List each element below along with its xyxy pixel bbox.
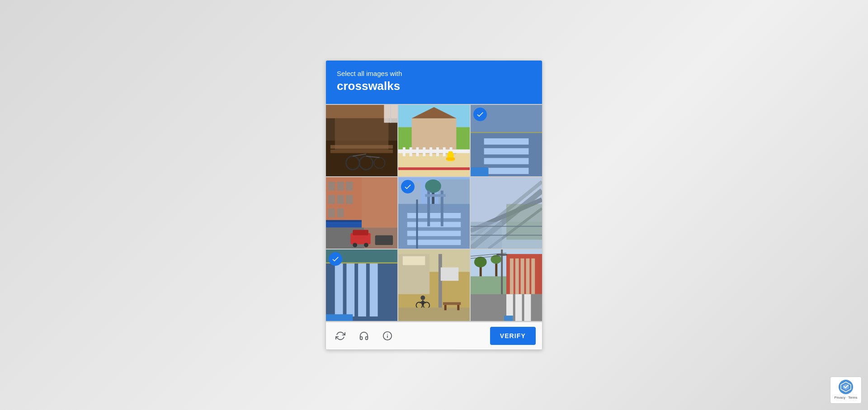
audio-button[interactable] xyxy=(356,328,372,344)
svg-rect-114 xyxy=(510,259,514,294)
svg-rect-33 xyxy=(484,138,529,145)
svg-rect-81 xyxy=(506,204,542,240)
svg-rect-29 xyxy=(448,151,453,154)
svg-rect-20 xyxy=(410,147,412,156)
svg-rect-116 xyxy=(521,259,524,294)
svg-rect-34 xyxy=(484,148,529,155)
svg-rect-72 xyxy=(425,194,445,197)
svg-point-120 xyxy=(474,257,487,268)
image-grid xyxy=(326,104,542,322)
svg-rect-110 xyxy=(457,305,459,310)
svg-rect-89 xyxy=(346,263,354,317)
svg-rect-69 xyxy=(407,240,461,245)
svg-rect-68 xyxy=(407,231,461,236)
svg-point-56 xyxy=(353,243,357,247)
svg-rect-126 xyxy=(524,294,531,321)
svg-rect-108 xyxy=(443,302,461,305)
svg-rect-97 xyxy=(403,256,425,265)
svg-rect-22 xyxy=(423,147,425,156)
info-button[interactable] xyxy=(379,328,396,344)
svg-rect-48 xyxy=(328,208,335,217)
svg-rect-28 xyxy=(446,158,455,160)
svg-rect-5 xyxy=(330,150,393,153)
image-cell-9[interactable] xyxy=(471,250,542,321)
svg-rect-66 xyxy=(407,213,461,218)
svg-rect-98 xyxy=(439,254,442,316)
svg-rect-58 xyxy=(375,235,393,245)
svg-rect-90 xyxy=(358,263,366,317)
svg-rect-131 xyxy=(496,254,507,255)
svg-rect-67 xyxy=(407,222,461,227)
svg-rect-46 xyxy=(337,195,344,204)
svg-rect-19 xyxy=(403,147,406,156)
check-badge-7 xyxy=(329,252,342,266)
captcha-footer: VERIFY xyxy=(326,322,542,349)
svg-rect-2 xyxy=(335,118,389,150)
captcha-header: Select all images with crosswalks xyxy=(326,61,542,104)
recaptcha-badge: Privacy · Terms xyxy=(830,377,862,404)
verify-button[interactable]: VERIFY xyxy=(490,327,536,345)
image-cell-6[interactable] xyxy=(471,177,542,249)
svg-rect-109 xyxy=(444,305,447,310)
svg-rect-55 xyxy=(353,230,368,236)
image-cell-4[interactable] xyxy=(326,177,397,249)
svg-rect-50 xyxy=(326,221,362,228)
svg-rect-91 xyxy=(370,263,378,317)
svg-rect-92 xyxy=(326,314,353,321)
refresh-button[interactable] xyxy=(332,328,349,344)
svg-rect-115 xyxy=(515,259,519,294)
svg-rect-18 xyxy=(398,150,470,153)
image-cell-7[interactable] xyxy=(326,250,397,321)
image-cell-8[interactable] xyxy=(398,250,470,321)
svg-rect-36 xyxy=(484,168,529,174)
svg-rect-43 xyxy=(337,182,344,191)
image-cell-5[interactable] xyxy=(398,177,470,249)
svg-rect-42 xyxy=(328,182,335,191)
svg-rect-73 xyxy=(416,199,418,249)
svg-point-101 xyxy=(420,296,425,300)
footer-icons xyxy=(332,328,396,344)
svg-rect-51 xyxy=(326,220,362,222)
svg-rect-45 xyxy=(328,195,335,204)
svg-rect-21 xyxy=(416,147,419,156)
svg-rect-49 xyxy=(337,208,344,217)
svg-rect-4 xyxy=(330,145,393,149)
svg-rect-25 xyxy=(443,147,446,156)
svg-rect-118 xyxy=(531,259,535,294)
svg-rect-125 xyxy=(515,294,522,321)
svg-rect-130 xyxy=(501,250,503,294)
check-badge-3 xyxy=(473,108,487,121)
privacy-terms-text: Privacy · Terms xyxy=(834,396,857,401)
svg-rect-88 xyxy=(335,263,343,317)
svg-rect-38 xyxy=(471,167,489,176)
svg-rect-30 xyxy=(398,167,470,170)
image-cell-2[interactable] xyxy=(398,105,470,176)
svg-rect-44 xyxy=(346,182,353,191)
svg-rect-35 xyxy=(484,158,529,165)
svg-rect-24 xyxy=(436,147,439,156)
image-cell-1[interactable] xyxy=(326,105,397,176)
image-cell-3[interactable] xyxy=(471,105,542,176)
svg-rect-23 xyxy=(429,147,432,156)
svg-rect-99 xyxy=(441,268,459,281)
svg-rect-117 xyxy=(526,259,529,294)
captcha-title: crosswalks xyxy=(337,79,531,93)
svg-rect-47 xyxy=(346,195,353,204)
check-badge-5 xyxy=(401,180,415,193)
svg-rect-127 xyxy=(504,316,513,321)
svg-point-57 xyxy=(364,243,368,247)
captcha-subtitle: Select all images with xyxy=(337,70,531,77)
captcha-widget: Select all images with crosswalks xyxy=(326,60,542,350)
